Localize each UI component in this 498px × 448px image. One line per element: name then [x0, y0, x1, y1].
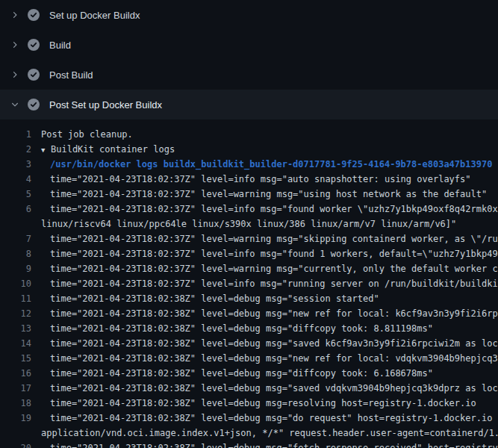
log-line-number	[0, 217, 31, 231]
log-group-title[interactable]: BuildKit container logs	[51, 144, 175, 155]
log-text: time="2021-04-23T18:02:38Z" level=debug …	[50, 366, 433, 381]
log-line-number[interactable]: 10	[0, 276, 31, 291]
log-line-number[interactable]: 4	[0, 172, 31, 187]
log-line-number[interactable]: 19	[0, 411, 31, 426]
step-label: Build	[49, 40, 71, 51]
log-line-number[interactable]: 8	[0, 246, 31, 261]
log-line: 3/usr/bin/docker logs buildx_buildkit_bu…	[0, 157, 498, 172]
log-text: time="2021-04-23T18:02:37Z" level=info m…	[50, 276, 498, 291]
log-line: 2▼BuildKit container logs	[0, 142, 498, 157]
log-line: 6time="2021-04-23T18:02:37Z" level=info …	[0, 202, 498, 217]
step-label: Set up Docker Buildx	[49, 10, 140, 21]
step-label: Post Set up Docker Buildx	[49, 99, 162, 111]
log-line-number[interactable]: 5	[0, 187, 31, 202]
log-line: 8time="2021-04-23T18:02:37Z" level=info …	[0, 246, 498, 261]
log-line-number[interactable]: 13	[0, 321, 31, 336]
log-text: time="2021-04-23T18:02:37Z" level=warnin…	[50, 261, 498, 276]
step-header-post-set-up-docker-buildx[interactable]: Post Set up Docker Buildx	[0, 90, 498, 119]
log-line-number[interactable]: 1	[0, 127, 31, 142]
log-line: 14time="2021-04-23T18:02:38Z" level=debu…	[0, 336, 498, 351]
check-circle-icon	[28, 69, 40, 81]
step-label: Post Build	[49, 69, 93, 81]
log-line-number[interactable]: 12	[0, 306, 31, 321]
log-line-number[interactable]: 2	[0, 142, 31, 157]
log-line: 1Post job cleanup.	[0, 127, 498, 142]
log-line: 16time="2021-04-23T18:02:38Z" level=debu…	[0, 366, 498, 381]
check-circle-icon	[28, 99, 40, 111]
log-text: time="2021-04-23T18:02:37Z" level=info m…	[50, 202, 498, 217]
log-text: time="2021-04-23T18:02:37Z" level=warnin…	[50, 187, 487, 202]
triangle-down-icon[interactable]: ▼	[41, 143, 51, 157]
log-text: time="2021-04-23T18:02:38Z" level=debug …	[50, 396, 476, 411]
log-line: 18time="2021-04-23T18:02:38Z" level=debu…	[0, 396, 498, 411]
log-line-number[interactable]: 17	[0, 381, 31, 396]
log-line-number[interactable]: 14	[0, 336, 31, 351]
step-header-build[interactable]: Build	[0, 30, 498, 60]
log-line-wrap: application/vnd.oci.image.index.v1+json,…	[0, 426, 498, 441]
log-command-text: /usr/bin/docker logs buildx_buildkit_bui…	[50, 157, 492, 172]
log-line: 13time="2021-04-23T18:02:38Z" level=debu…	[0, 321, 498, 336]
log-line-number[interactable]: 15	[0, 351, 31, 366]
log-line: 4time="2021-04-23T18:02:37Z" level=info …	[0, 172, 498, 187]
log-line-number[interactable]: 7	[0, 231, 31, 246]
chevron-right-icon[interactable]	[9, 39, 21, 51]
log-line-number[interactable]: 16	[0, 366, 31, 381]
log-line-number[interactable]: 9	[0, 261, 31, 276]
log-text: linux/riscv64 linux/ppc64le linux/s390x …	[41, 217, 456, 231]
step-header-post-build[interactable]: Post Build	[0, 60, 498, 90]
log-text: time="2021-04-23T18:02:38Z" level=debug …	[50, 411, 498, 426]
log-viewer: 1Post job cleanup.2▼BuildKit container l…	[0, 119, 498, 448]
log-line: 5time="2021-04-23T18:02:37Z" level=warni…	[0, 187, 498, 202]
log-line: 15time="2021-04-23T18:02:38Z" level=debu…	[0, 351, 498, 366]
log-line-number[interactable]: 11	[0, 291, 31, 306]
check-circle-icon	[28, 9, 40, 21]
log-text: application/vnd.oci.image.index.v1+json,…	[41, 426, 498, 441]
log-line: 9time="2021-04-23T18:02:37Z" level=warni…	[0, 261, 498, 276]
log-text: time="2021-04-23T18:02:38Z" level=debug …	[50, 306, 498, 321]
log-line: 10time="2021-04-23T18:02:37Z" level=info…	[0, 276, 498, 291]
log-text: time="2021-04-23T18:02:37Z" level=warnin…	[50, 231, 498, 246]
chevron-right-icon[interactable]	[9, 69, 21, 81]
check-circle-icon	[28, 39, 40, 51]
chevron-down-icon[interactable]	[9, 99, 21, 111]
chevron-right-icon[interactable]	[9, 9, 21, 21]
step-header-set-up-docker-buildx[interactable]: Set up Docker Buildx	[0, 0, 498, 30]
log-text: Post job cleanup.	[41, 127, 133, 142]
log-text: time="2021-04-23T18:02:38Z" level=debug …	[50, 351, 498, 366]
log-line: 17time="2021-04-23T18:02:38Z" level=debu…	[0, 381, 498, 396]
log-line-number[interactable]: 18	[0, 396, 31, 411]
log-line-number[interactable]: 6	[0, 202, 31, 217]
log-text: time="2021-04-23T18:02:38Z" level=debug …	[50, 441, 498, 448]
log-text: time="2021-04-23T18:02:37Z" level=info m…	[50, 172, 471, 187]
log-line-number[interactable]: 3	[0, 157, 31, 172]
log-line-number	[0, 426, 31, 441]
log-text: ▼BuildKit container logs	[41, 142, 175, 157]
log-line: 7time="2021-04-23T18:02:37Z" level=warni…	[0, 231, 498, 246]
log-text: time="2021-04-23T18:02:38Z" level=debug …	[50, 381, 498, 396]
log-line: 19time="2021-04-23T18:02:38Z" level=debu…	[0, 411, 498, 426]
log-text: time="2021-04-23T18:02:38Z" level=debug …	[50, 321, 433, 336]
log-text: time="2021-04-23T18:02:38Z" level=debug …	[50, 291, 379, 306]
log-line-wrap: linux/riscv64 linux/ppc64le linux/s390x …	[0, 217, 498, 231]
log-line-number[interactable]: 20	[0, 441, 31, 448]
log-line: 12time="2021-04-23T18:02:38Z" level=debu…	[0, 306, 498, 321]
workflow-log-panel: Set up Docker BuildxBuildPost BuildPost …	[0, 0, 498, 448]
log-text: time="2021-04-23T18:02:37Z" level=info m…	[50, 246, 498, 261]
step-list: Set up Docker BuildxBuildPost BuildPost …	[0, 0, 498, 119]
log-line: 20time="2021-04-23T18:02:38Z" level=debu…	[0, 441, 498, 448]
log-line: 11time="2021-04-23T18:02:38Z" level=debu…	[0, 291, 498, 306]
log-text: time="2021-04-23T18:02:38Z" level=debug …	[50, 336, 498, 351]
